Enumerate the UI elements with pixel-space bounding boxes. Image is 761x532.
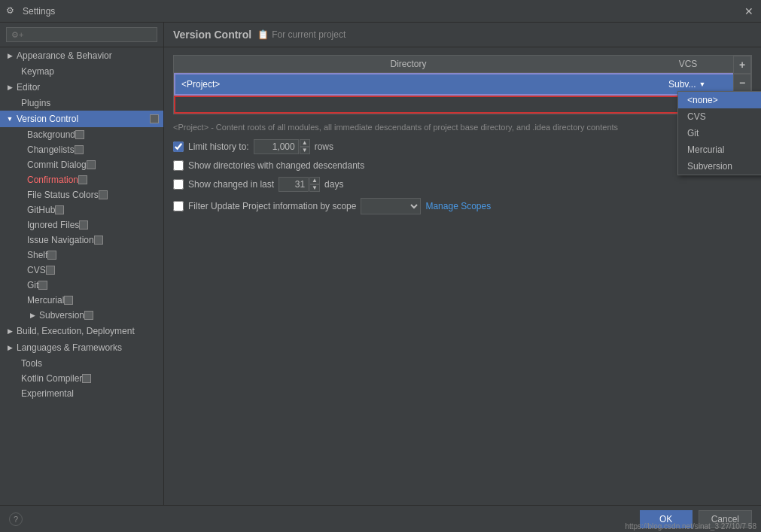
sidebar-item-label: CVS xyxy=(27,265,46,275)
expand-icon: ▶ xyxy=(27,310,38,321)
sidebar-item-keymap[interactable]: Keymap xyxy=(0,64,163,79)
content-body: Directory VCS <Project> Subv... ▼ <n xyxy=(164,47,761,505)
show-changed-input[interactable] xyxy=(279,177,309,192)
dropdown-item-none[interactable]: <none> xyxy=(678,92,761,108)
chevron-down-icon: ▼ xyxy=(699,81,705,88)
table-row[interactable]: <Project> Subv... ▼ <none> CVS Git Mercu… xyxy=(174,73,751,96)
subtitle-label: For current project xyxy=(272,29,345,40)
sidebar-item-label: GitHub xyxy=(27,205,55,215)
sidebar-item-ignored-files[interactable]: Ignored Files xyxy=(0,217,163,233)
dropdown-item-cvs[interactable]: CVS xyxy=(678,108,761,125)
sidebar-item-git[interactable]: Git xyxy=(0,278,163,293)
sidebar-item-version-control[interactable]: ▼ Version Control xyxy=(0,111,163,127)
sidebar-item-label: Appearance & Behavior xyxy=(17,50,112,61)
show-changed-row: Show changed in last ▲ ▼ days xyxy=(173,177,752,192)
sidebar-item-label: Shelf xyxy=(27,250,47,260)
expand-icon: ▶ xyxy=(5,82,15,93)
sidebar-item-plugins[interactable]: Plugins xyxy=(0,96,163,111)
content-header: Version Control 📋 For current project xyxy=(164,23,761,47)
limit-history-checkbox[interactable] xyxy=(173,141,184,152)
sidebar-item-mercurial[interactable]: Mercurial xyxy=(0,293,163,308)
show-directories-checkbox[interactable] xyxy=(173,160,184,171)
sidebar-item-label: Confirmation xyxy=(27,175,78,185)
sidebar-item-subversion[interactable]: ▶ Subversion xyxy=(0,308,163,323)
page-icon xyxy=(99,190,108,199)
main-layout: ▶ Appearance & Behavior Keymap ▶ Editor … xyxy=(0,23,761,505)
show-changed-label2: days xyxy=(324,179,343,190)
search-box xyxy=(0,23,163,47)
sidebar-item-build-execution[interactable]: ▶ Build, Execution, Deployment xyxy=(0,323,163,339)
vcs-empty-row xyxy=(174,96,751,114)
vcs-info-text: <Project> - Content roots of all modules… xyxy=(173,122,752,133)
sidebar-item-label: Issue Navigation xyxy=(27,235,94,245)
dropdown-item-mercurial[interactable]: Mercurial xyxy=(678,141,761,158)
scope-dropdown[interactable] xyxy=(361,198,421,214)
sidebar-item-background[interactable]: Background xyxy=(0,127,163,142)
sidebar-item-editor[interactable]: ▶ Editor xyxy=(0,79,163,96)
title-bar: ⚙ Settings ✕ xyxy=(0,0,761,23)
filter-update-checkbox[interactable] xyxy=(173,201,184,211)
search-input[interactable] xyxy=(6,27,157,42)
sidebar-item-label: Editor xyxy=(17,82,40,93)
spinner-down-2[interactable]: ▼ xyxy=(309,184,320,192)
help-button[interactable]: ? xyxy=(9,512,23,526)
sidebar-item-issue-navigation[interactable]: Issue Navigation xyxy=(0,233,163,248)
sidebar-item-changelists[interactable]: Changelists xyxy=(0,142,163,157)
spinner-up[interactable]: ▲ xyxy=(300,139,310,147)
expand-icon: ▼ xyxy=(5,114,15,124)
vcs-header: VCS xyxy=(643,56,733,72)
sidebar-item-cvs[interactable]: CVS xyxy=(0,263,163,278)
page-icon xyxy=(84,311,93,320)
sidebar-item-label: Version Control xyxy=(17,114,78,124)
page-icon xyxy=(47,251,56,260)
sidebar-item-label: Ignored Files xyxy=(27,220,79,230)
spinner-up-2[interactable]: ▲ xyxy=(309,177,320,184)
manage-scopes-link[interactable]: Manage Scopes xyxy=(425,201,491,211)
content-area: Version Control 📋 For current project Di… xyxy=(164,23,761,505)
sidebar-item-label: Git xyxy=(27,280,38,290)
show-directories-row: Show directories with changed descendant… xyxy=(173,160,752,171)
expand-icon: ▶ xyxy=(5,50,15,61)
sidebar-item-label: Mercurial xyxy=(27,295,64,306)
page-icon xyxy=(75,130,84,139)
sidebar-item-languages-frameworks[interactable]: ▶ Languages & Frameworks xyxy=(0,339,163,356)
sidebar-item-file-status-colors[interactable]: File Status Colors xyxy=(0,187,163,202)
expand-icon: ▶ xyxy=(5,326,15,336)
limit-history-input[interactable] xyxy=(254,139,299,154)
sidebar-item-label: Background xyxy=(27,129,75,140)
limit-history-spinner: ▲ ▼ xyxy=(254,139,310,154)
sidebar-item-tools[interactable]: Tools xyxy=(0,356,163,371)
content-subtitle: 📋 For current project xyxy=(257,29,345,40)
sidebar-item-github[interactable]: GitHub xyxy=(0,202,163,217)
remove-vcs-button[interactable]: − xyxy=(733,74,751,92)
page-title: Version Control xyxy=(173,29,251,41)
close-button[interactable]: ✕ xyxy=(743,5,755,17)
page-icon xyxy=(64,296,73,305)
vcs-dropdown[interactable]: Subv... ▼ xyxy=(665,78,708,91)
sidebar-item-experimental[interactable]: Experimental xyxy=(0,386,163,401)
page-icon xyxy=(79,220,88,230)
page-icon xyxy=(87,160,96,169)
sidebar-item-appearance[interactable]: ▶ Appearance & Behavior xyxy=(0,47,163,64)
show-changed-spinner: ▲ ▼ xyxy=(279,177,320,192)
spinner-down[interactable]: ▼ xyxy=(300,147,310,154)
dropdown-item-git[interactable]: Git xyxy=(678,125,761,141)
vcs-table-header: Directory VCS xyxy=(174,56,751,73)
sidebar-item-label: Build, Execution, Deployment xyxy=(17,326,135,336)
page-icon xyxy=(46,266,55,275)
dropdown-item-subversion[interactable]: Subversion xyxy=(678,158,761,175)
page-icon xyxy=(75,145,84,154)
sidebar-item-shelf[interactable]: Shelf xyxy=(0,248,163,263)
add-vcs-button[interactable]: + xyxy=(733,56,751,74)
sidebar-item-label: Subversion xyxy=(39,310,84,321)
sidebar-item-confirmation[interactable]: Confirmation xyxy=(0,172,163,187)
sidebar-item-kotlin-compiler[interactable]: Kotlin Compiler xyxy=(0,371,163,386)
page-icon xyxy=(150,114,159,123)
limit-history-label1: Limit history to: xyxy=(188,141,249,152)
show-changed-checkbox[interactable] xyxy=(173,179,184,190)
vcs-dropdown-menu: <none> CVS Git Mercurial Subversion xyxy=(677,91,761,175)
sidebar-item-label: Keymap xyxy=(21,66,54,77)
sidebar-item-commit-dialog[interactable]: Commit Dialog xyxy=(0,157,163,172)
spinner-buttons-2: ▲ ▼ xyxy=(309,177,320,192)
sidebar-item-label: File Status Colors xyxy=(27,190,99,200)
